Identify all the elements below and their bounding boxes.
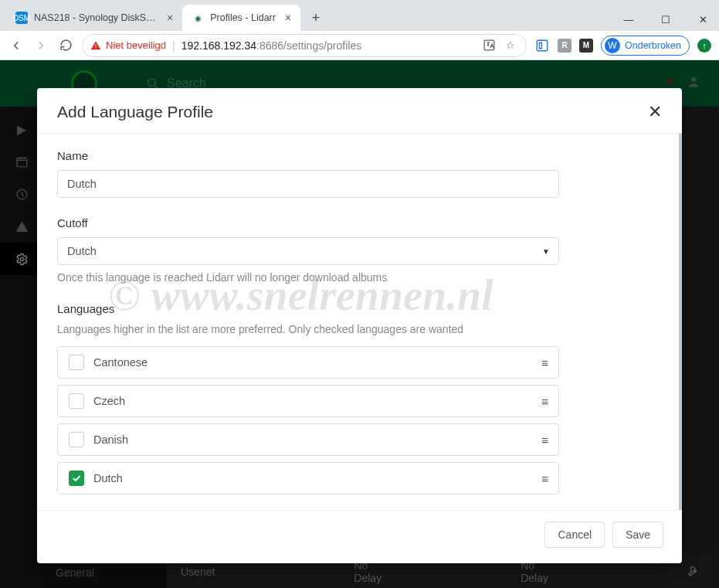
minimize-button[interactable]: — <box>617 10 640 29</box>
url-text: 192.168.192.34:8686/settings/profiles <box>181 39 362 52</box>
language-checkbox[interactable] <box>69 471 84 486</box>
forward-button[interactable] <box>32 37 49 54</box>
browser-tabs: DSM NAS218 - Synology DiskStation × ◉ Pr… <box>0 0 617 31</box>
avatar: W <box>605 38 620 53</box>
tab-title: Profiles - Lidarr <box>210 12 276 23</box>
language-row[interactable]: Dutch ≡ <box>57 462 559 495</box>
address-field[interactable]: Niet beveiligd | 192.168.192.34:8686/set… <box>82 34 527 57</box>
save-button[interactable]: Save <box>612 522 663 548</box>
browser-tab-1[interactable]: ◉ Profiles - Lidarr × <box>182 5 300 31</box>
close-icon[interactable]: × <box>285 12 291 24</box>
drag-handle-icon[interactable]: ≡ <box>541 472 548 485</box>
close-icon[interactable]: × <box>167 12 173 24</box>
reload-button[interactable] <box>57 37 74 54</box>
modal-title: Add Language Profile <box>57 103 213 121</box>
drag-handle-icon[interactable]: ≡ <box>541 433 548 447</box>
cutoff-select[interactable]: Dutch <box>57 237 559 265</box>
drag-handle-icon[interactable]: ≡ <box>541 395 548 408</box>
cutoff-help-text: Once this language is reached Lidarr wil… <box>57 271 662 284</box>
scrollbar[interactable] <box>679 134 682 510</box>
languages-label: Languages <box>57 302 662 315</box>
languages-help-text: Languages higher in the list are more pr… <box>57 323 662 335</box>
add-language-profile-modal: Add Language Profile ✕ Name Cutoff Dutch… <box>37 88 682 563</box>
address-bar: Niet beveiligd | 192.168.192.34:8686/set… <box>0 31 719 60</box>
extension-badge-r[interactable]: R <box>558 39 571 53</box>
name-label: Name <box>57 149 662 162</box>
not-secure-warning: Niet beveiligd <box>90 39 166 51</box>
cancel-button[interactable]: Cancel <box>544 522 605 548</box>
favicon-lidarr: ◉ <box>192 12 204 24</box>
language-row[interactable]: Danish ≡ <box>57 423 559 456</box>
update-available-icon[interactable]: ↑ <box>697 39 711 53</box>
language-name: Czech <box>93 395 125 407</box>
window-title-bar: DSM NAS218 - Synology DiskStation × ◉ Pr… <box>0 0 719 31</box>
cutoff-label: Cutoff <box>57 216 662 229</box>
close-window-button[interactable]: ✕ <box>691 10 714 29</box>
language-name: Dutch <box>93 472 123 484</box>
new-tab-button[interactable]: + <box>305 7 327 29</box>
language-checkbox[interactable] <box>69 355 84 370</box>
svg-rect-1 <box>537 40 548 51</box>
extension-badge-m[interactable]: M <box>579 39 593 53</box>
profile-chip[interactable]: W Onderbroken <box>601 36 690 56</box>
language-name: Cantonese <box>93 356 148 369</box>
language-row[interactable]: Cantonese ≡ <box>57 346 559 379</box>
back-button[interactable] <box>8 37 25 54</box>
browser-tab-0[interactable]: DSM NAS218 - Synology DiskStation × <box>6 5 182 31</box>
language-row[interactable]: Czech ≡ <box>57 385 559 417</box>
favicon-dsm: DSM <box>15 12 28 24</box>
tab-title: NAS218 - Synology DiskStation <box>34 12 158 23</box>
language-checkbox[interactable] <box>69 432 84 447</box>
close-icon[interactable]: ✕ <box>648 102 662 122</box>
extension-icons: R M W Onderbroken ↑ <box>534 36 711 56</box>
modal-overlay: Add Language Profile ✕ Name Cutoff Dutch… <box>0 60 719 588</box>
window-controls: — ☐ ✕ <box>617 8 719 31</box>
drag-handle-icon[interactable]: ≡ <box>541 356 548 369</box>
extension-icon[interactable] <box>534 38 550 53</box>
profile-status: Onderbroken <box>625 40 681 51</box>
translate-icon[interactable] <box>481 38 497 53</box>
language-name: Danish <box>93 433 128 446</box>
language-checkbox[interactable] <box>69 393 84 409</box>
bookmark-star-icon[interactable]: ☆ <box>503 38 518 53</box>
name-input[interactable] <box>57 170 559 198</box>
maximize-button[interactable]: ☐ <box>654 10 677 29</box>
svg-rect-2 <box>539 42 541 49</box>
